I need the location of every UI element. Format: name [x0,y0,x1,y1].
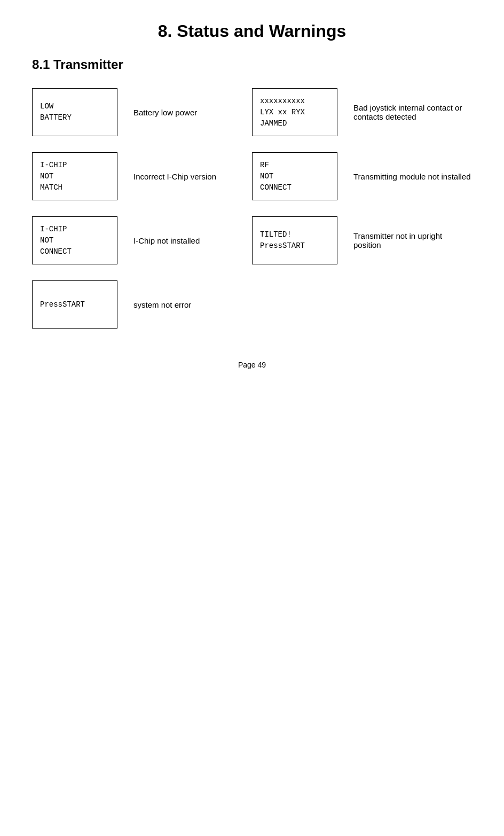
status-desc-right-1: Transmitting module not installed [353,172,472,181]
page-footer: Page 49 [32,361,472,369]
status-box-right-2: TILTED!PressSTART [252,216,337,264]
status-row-0: LOWBATTERYBattery low powerxxxxxxxxxxLYX… [32,88,472,136]
status-box-left-2: I-CHIPNOTCONNECT [32,216,117,264]
status-box-left-0: LOWBATTERY [32,88,117,136]
status-row-3: PressSTARTsystem not error [32,280,472,329]
status-box-left-1: I-CHIPNOTMATCH [32,152,117,200]
status-desc-left-3: system not error [133,300,472,309]
status-desc-left-1: Incorrect I-Chip version [133,172,252,181]
status-box-left-3: PressSTART [32,280,117,329]
status-grid: LOWBATTERYBattery low powerxxxxxxxxxxLYX… [32,88,472,329]
status-desc-left-2: I-Chip not installed [133,236,252,245]
status-box-right-0: xxxxxxxxxxLYX xx RYXJAMMED [252,88,337,136]
page-title: 8. Status and Warnings [32,21,472,41]
status-box-right-1: RFNOTCONNECT [252,152,337,200]
status-desc-right-2: Transmitter not in upright position [353,231,472,249]
status-row-2: I-CHIPNOTCONNECTI-Chip not installedTILT… [32,216,472,264]
section-title: 8.1 Transmitter [32,57,472,72]
status-desc-left-0: Battery low power [133,108,252,117]
status-desc-right-0: Bad joystick internal contact or contact… [353,103,472,121]
status-row-1: I-CHIPNOTMATCHIncorrect I-Chip versionRF… [32,152,472,200]
